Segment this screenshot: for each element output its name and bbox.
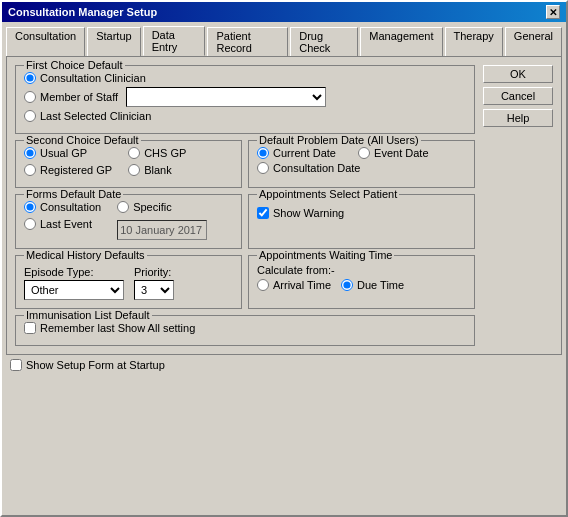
tab-therapy[interactable]: Therapy [445,27,503,57]
label-last-selected-clinician: Last Selected Clinician [40,110,151,122]
label-member-of-staff: Member of Staff [40,91,118,103]
waiting-options: Arrival Time Due Time [257,279,466,294]
radio-event-date[interactable] [358,147,370,159]
radio-chs-gp[interactable] [128,147,140,159]
episode-type-label: Episode Type: [24,266,124,278]
label-consultation-date: Consultation Date [273,162,360,174]
label-forms-consultation: Consultation [40,201,101,213]
first-choice-option-0: Consultation Clinician [24,72,466,84]
priority-label: Priority: [134,266,174,278]
tab-patient-record[interactable]: Patient Record [207,27,288,57]
label-event-date: Event Date [374,147,428,159]
label-show-warning: Show Warning [273,207,344,219]
show-warning-checkbox[interactable] [257,207,269,219]
medical-waiting-row: Medical History Defaults Episode Type: O… [15,255,475,309]
radio-due-time[interactable] [341,279,353,291]
second-choice-col-right: CHS GP Blank [128,147,186,179]
ok-button[interactable]: OK [483,65,553,83]
title-bar: Consultation Manager Setup ✕ [2,2,566,22]
radio-last-event[interactable] [24,218,36,230]
medical-history-group: Medical History Defaults Episode Type: O… [15,255,242,309]
immunisation-group: Immunisation List Default Remember last … [15,315,475,346]
default-problem-date-label: Default Problem Date (All Users) [257,134,421,146]
label-due-time: Due Time [357,279,404,291]
sc-option-blank: Blank [128,164,186,176]
label-chs-gp: CHS GP [144,147,186,159]
close-button[interactable]: ✕ [546,5,560,19]
immunisation-label: Immunisation List Default [24,309,152,321]
medical-history-fields: Episode Type: Other Priority: 3 [24,266,233,300]
remember-checkbox[interactable] [24,322,36,334]
sc-option-usual-gp: Usual GP [24,147,112,159]
radio-forms-consultation[interactable] [24,201,36,213]
forms-option-last-event: Last Event [24,218,101,230]
tab-drug-check[interactable]: Drug Check [290,27,358,57]
tab-consultation[interactable]: Consultation [6,27,85,57]
side-panel: OK Cancel Help [483,65,553,346]
radio-consultation-date[interactable] [257,162,269,174]
first-choice-option-1: Member of Staff [24,87,466,107]
episode-type-select[interactable]: Other [24,280,124,300]
radio-registered-gp[interactable] [24,164,36,176]
appointments-select-group: Appointments Select Patient Show Warning [248,194,475,249]
first-choice-label: First Choice Default [24,59,125,71]
label-consultation-clinician: Consultation Clinician [40,72,146,84]
help-button[interactable]: Help [483,109,553,127]
forms-option-consultation: Consultation [24,201,101,213]
second-choice-options: Usual GP Registered GP CHS G [24,147,233,179]
first-choice-option-2: Last Selected Clinician [24,110,466,122]
label-registered-gp: Registered GP [40,164,112,176]
tab-bar: Consultation Startup Data Entry Patient … [2,22,566,56]
forms-options-row: Consultation Last Event Spec [24,201,233,240]
dpd-spacer [348,147,354,159]
tab-management[interactable]: Management [360,27,442,57]
label-blank: Blank [144,164,172,176]
show-setup-checkbox[interactable] [10,359,22,371]
radio-specific[interactable] [117,201,129,213]
radio-consultation-clinician[interactable] [24,72,36,84]
second-choice-col-left: Usual GP Registered GP [24,147,112,179]
radio-arrival-time[interactable] [257,279,269,291]
radio-member-of-staff[interactable] [24,91,36,103]
appointments-select-label: Appointments Select Patient [257,188,399,200]
priority-field: Priority: 3 [134,266,174,300]
priority-select[interactable]: 3 [134,280,174,300]
window-title: Consultation Manager Setup [8,6,157,18]
second-choice-label: Second Choice Default [24,134,141,146]
medical-history-label: Medical History Defaults [24,249,147,261]
calculate-from-label: Calculate from:- [257,264,466,276]
remember-row: Remember last Show All setting [24,322,466,334]
label-arrival-time: Arrival Time [273,279,331,291]
episode-type-field: Episode Type: Other [24,266,124,300]
waiting-option-due: Due Time [341,279,404,291]
sc-option-chs-gp: CHS GP [128,147,186,159]
member-of-staff-select[interactable] [126,87,326,107]
forms-default-label: Forms Default Date [24,188,123,200]
specific-date-input[interactable] [117,220,207,240]
radio-usual-gp[interactable] [24,147,36,159]
show-setup-label: Show Setup Form at Startup [26,359,165,371]
tab-data-entry[interactable]: Data Entry [143,26,206,56]
label-usual-gp: Usual GP [40,147,87,159]
sc-option-registered-gp: Registered GP [24,164,112,176]
label-current-date: Current Date [273,147,336,159]
dpd-row2: Consultation Date [257,162,466,174]
cancel-button[interactable]: Cancel [483,87,553,105]
label-specific: Specific [133,201,172,213]
main-window: Consultation Manager Setup ✕ Consultatio… [0,0,568,517]
tab-general[interactable]: General [505,27,562,57]
main-panel: First Choice Default Consultation Clinic… [15,65,475,346]
appointments-waiting-group: Appointments Waiting Time Calculate from… [248,255,475,309]
tab-startup[interactable]: Startup [87,27,140,57]
forms-col-left: Consultation Last Event [24,201,101,240]
middle-row: Second Choice Default Usual GP Registere… [15,140,475,188]
radio-blank[interactable] [128,164,140,176]
forms-default-group: Forms Default Date Consultation Last Eve… [15,194,242,249]
second-choice-group: Second Choice Default Usual GP Registere… [15,140,242,188]
appointments-waiting-label: Appointments Waiting Time [257,249,394,261]
radio-last-selected-clinician[interactable] [24,110,36,122]
radio-current-date[interactable] [257,147,269,159]
forms-appointments-row: Forms Default Date Consultation Last Eve… [15,194,475,249]
show-warning-row: Show Warning [257,207,466,219]
default-problem-date-group: Default Problem Date (All Users) Current… [248,140,475,188]
